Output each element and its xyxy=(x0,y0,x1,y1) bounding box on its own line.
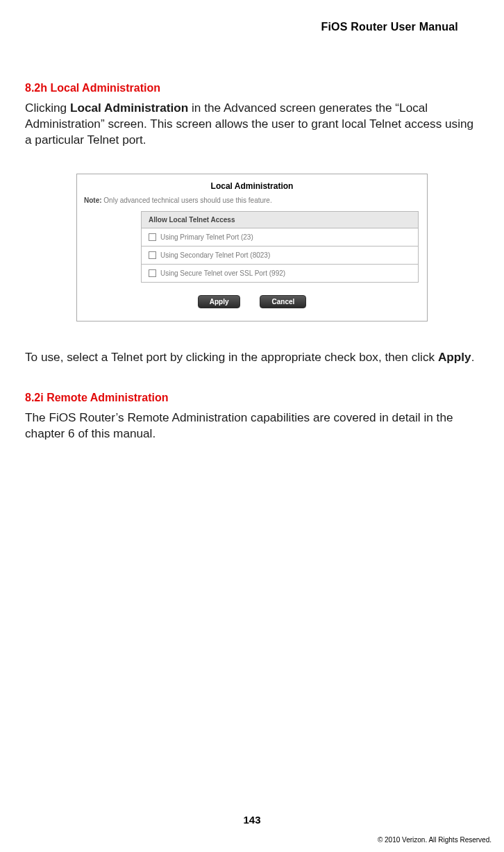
section1b-paragraph: To use, select a Telnet port by clicking… xyxy=(25,349,479,365)
figure-note: Note: Only advanced technical users shou… xyxy=(77,197,427,204)
table-row: Using Secondary Telnet Port (8023) xyxy=(142,247,418,265)
table-row: Using Primary Telnet Port (23) xyxy=(142,228,418,247)
cancel-button[interactable]: Cancel xyxy=(260,295,306,308)
option-label: Using Secure Telnet over SSL Port (992) xyxy=(160,269,285,277)
apply-button[interactable]: Apply xyxy=(198,295,241,308)
text-pre: Clicking xyxy=(25,101,70,115)
copyright-text: © 2010 Verizon. All Rights Reserved. xyxy=(378,836,492,844)
checkbox-icon[interactable] xyxy=(149,233,156,241)
table-header: Allow Local Telnet Access xyxy=(142,212,418,228)
figure-local-admin: Local Administration Note: Only advanced… xyxy=(76,174,428,321)
checkbox-icon[interactable] xyxy=(149,251,156,259)
section-heading-local-admin: 8.2h Local Administration xyxy=(25,82,479,94)
page-number: 143 xyxy=(0,814,504,826)
page: FiOS Router User Manual 8.2h Local Admin… xyxy=(0,0,504,852)
section-heading-remote-admin: 8.2i Remote Administration xyxy=(25,392,479,404)
figure-note-text: Only advanced technical users should use… xyxy=(102,197,272,204)
option-label: Using Secondary Telnet Port (8023) xyxy=(160,251,270,259)
text-bold-apply: Apply xyxy=(438,350,471,364)
document-header-title: FiOS Router User Manual xyxy=(25,21,479,33)
option-label: Using Primary Telnet Port (23) xyxy=(160,233,253,241)
section1-paragraph: Clicking Local Administration in the Adv… xyxy=(25,100,479,149)
telnet-options-table: Allow Local Telnet Access Using Primary … xyxy=(141,211,419,283)
text-post: . xyxy=(471,350,475,364)
section2-paragraph: The FiOS Router’s Remote Administration … xyxy=(25,410,479,442)
figure-button-row: Apply Cancel xyxy=(77,295,427,308)
table-row: Using Secure Telnet over SSL Port (992) xyxy=(142,265,418,283)
text-bold-local-admin: Local Administration xyxy=(70,101,188,115)
figure-note-label: Note: xyxy=(84,197,102,204)
checkbox-icon[interactable] xyxy=(149,269,156,277)
text-pre: To use, select a Telnet port by clicking… xyxy=(25,350,438,364)
figure-title: Local Administration xyxy=(77,181,427,191)
